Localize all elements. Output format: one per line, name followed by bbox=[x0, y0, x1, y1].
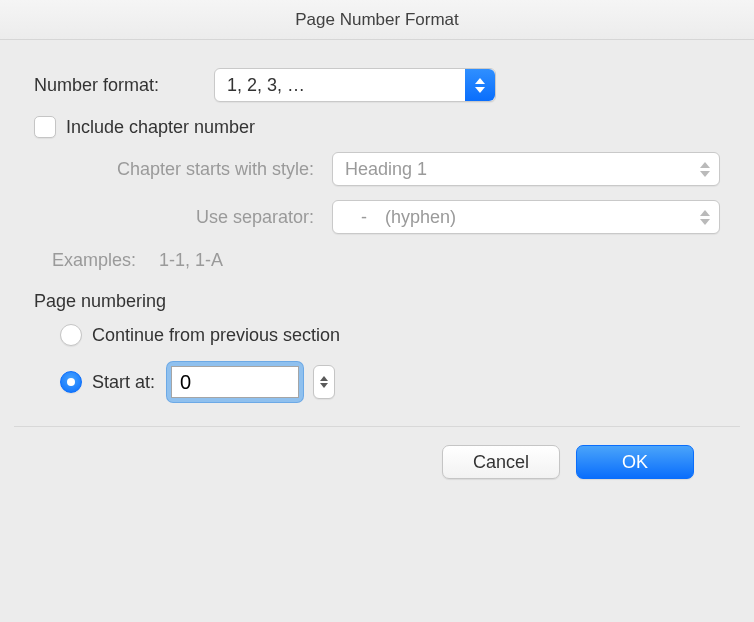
continue-radio[interactable] bbox=[60, 324, 82, 346]
include-chapter-label: Include chapter number bbox=[66, 117, 255, 138]
number-format-value: 1, 2, 3, … bbox=[215, 75, 465, 96]
chapter-style-value: Heading 1 bbox=[333, 159, 689, 180]
examples-text: Examples: 1-1, 1-A bbox=[52, 250, 720, 271]
dropdown-arrows-icon bbox=[689, 201, 719, 233]
number-format-select[interactable]: 1, 2, 3, … bbox=[214, 68, 496, 102]
start-at-radio[interactable] bbox=[60, 371, 82, 393]
dialog-content: Number format: 1, 2, 3, … Include chapte… bbox=[0, 40, 754, 479]
number-format-label: Number format: bbox=[34, 75, 214, 96]
separator-select[interactable]: - (hyphen) bbox=[332, 200, 720, 234]
dropdown-arrows-icon bbox=[465, 69, 495, 101]
chapter-style-select[interactable]: Heading 1 bbox=[332, 152, 720, 186]
chevron-up-icon bbox=[320, 376, 328, 381]
separator-value: - (hyphen) bbox=[333, 207, 689, 228]
start-at-focus-ring bbox=[167, 362, 303, 402]
chevron-down-icon bbox=[320, 383, 328, 388]
start-at-label: Start at: bbox=[92, 372, 155, 393]
start-at-input[interactable] bbox=[171, 366, 299, 398]
start-at-stepper[interactable] bbox=[313, 365, 335, 399]
ok-button[interactable]: OK bbox=[576, 445, 694, 479]
chapter-style-label: Chapter starts with style: bbox=[52, 159, 332, 180]
include-chapter-checkbox[interactable] bbox=[34, 116, 56, 138]
dialog-title: Page Number Format bbox=[0, 0, 754, 40]
page-numbering-heading: Page numbering bbox=[34, 291, 720, 312]
continue-label: Continue from previous section bbox=[92, 325, 340, 346]
cancel-button[interactable]: Cancel bbox=[442, 445, 560, 479]
dropdown-arrows-icon bbox=[689, 153, 719, 185]
separator-label: Use separator: bbox=[52, 207, 332, 228]
